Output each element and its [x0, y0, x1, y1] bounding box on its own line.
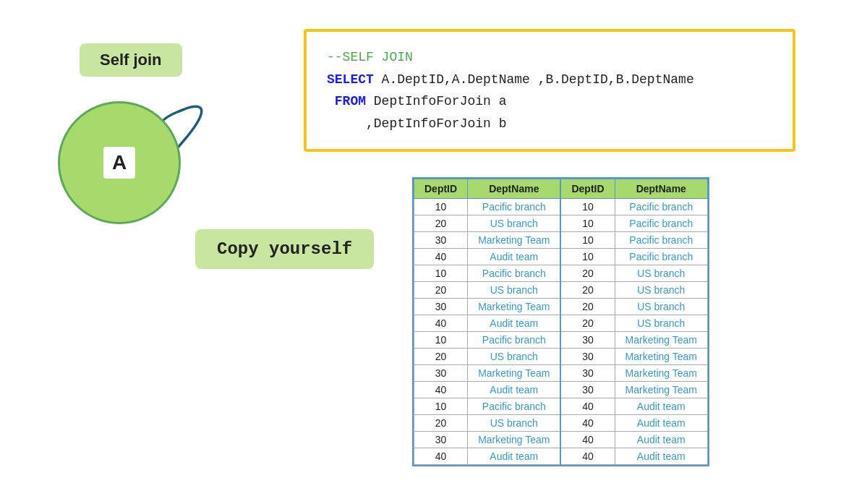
table-cell: Marketing Team	[468, 299, 561, 315]
table-cell: US branch	[615, 299, 707, 315]
table-row: 30Marketing Team40Audit team	[414, 432, 708, 448]
results-table-container: DeptID DeptName DeptID DeptName 10Pacifi…	[412, 177, 709, 466]
table-header-row: DeptID DeptName DeptID DeptName	[414, 179, 708, 199]
table-cell: Pacific branch	[468, 199, 561, 215]
table-cell: 40	[414, 315, 468, 332]
table-cell: 10	[560, 249, 615, 265]
table-row: 20US branch10Pacific branch	[414, 215, 708, 232]
table-cell: Marketing Team	[615, 382, 707, 398]
table-cell: 30	[560, 382, 615, 398]
col-b-deptname-header: DeptName	[615, 179, 707, 199]
table-cell: Audit team	[615, 432, 707, 448]
col-a-deptname-header: DeptName	[468, 179, 561, 199]
table-row: 40Audit team40Audit team	[414, 448, 708, 465]
table-cell: Audit team	[468, 448, 561, 465]
self-join-label: Self join	[80, 43, 182, 77]
table-row: 20US branch30Marketing Team	[414, 349, 708, 365]
table-cell: 20	[560, 299, 615, 315]
code-join-text: ,DeptInfoForJoin b	[327, 116, 506, 131]
table-row: 10Pacific branch20US branch	[414, 265, 708, 282]
table-row: 40Audit team20US branch	[414, 315, 708, 332]
table-cell: Audit team	[468, 249, 561, 265]
code-select-text: A.DeptID,A.DeptName ,B.DeptID,B.DeptName	[374, 72, 694, 87]
table-cell: Marketing Team	[615, 365, 707, 382]
table-cell: 40	[414, 382, 468, 398]
table-row: 30Marketing Team10Pacific branch	[414, 232, 708, 249]
table-cell: US branch	[468, 415, 561, 432]
table-row: 40Audit team10Pacific branch	[414, 249, 708, 265]
table-cell: Pacific branch	[615, 249, 707, 265]
table-cell: 30	[560, 332, 615, 349]
table-cell: 40	[414, 448, 468, 465]
code-keyword-select: SELECT	[327, 72, 374, 87]
table-cell: Pacific branch	[468, 265, 561, 282]
table-cell: US branch	[615, 315, 707, 332]
table-cell: 30	[414, 232, 468, 249]
table-cell: Marketing Team	[468, 232, 561, 249]
table-cell: Marketing Team	[468, 432, 561, 448]
table-cell: 30	[414, 365, 468, 382]
table-cell: 20	[560, 265, 615, 282]
table-cell: Audit team	[615, 398, 707, 415]
table-cell: US branch	[615, 282, 707, 299]
table-row: 10Pacific branch10Pacific branch	[414, 199, 708, 215]
table-cell: 10	[560, 232, 615, 249]
table-cell: 10	[560, 215, 615, 232]
table-cell: Audit team	[615, 448, 707, 465]
table-cell: 40	[414, 249, 468, 265]
code-from-text: DeptInfoForJoin a	[366, 94, 506, 108]
col-b-deptid-header: DeptID	[560, 179, 615, 199]
table-row: 10Pacific branch40Audit team	[414, 398, 708, 415]
table-cell: Audit team	[615, 415, 707, 432]
table-cell: 40	[560, 415, 615, 432]
table-row: 10Pacific branch30Marketing Team	[414, 332, 708, 349]
table-cell: 10	[414, 265, 468, 282]
table-cell: 30	[414, 432, 468, 448]
table-cell: 40	[560, 448, 615, 465]
code-box: --SELF JOIN SELECT A.DeptID,A.DeptName ,…	[304, 29, 795, 152]
table-cell: Marketing Team	[615, 349, 707, 365]
table-cell: Pacific branch	[615, 232, 707, 249]
circle-a-label: A	[103, 147, 135, 179]
code-comment: --SELF JOIN	[327, 50, 413, 64]
table-cell: 20	[560, 282, 615, 299]
table-cell: Marketing Team	[615, 332, 707, 349]
table-cell: 20	[560, 315, 615, 332]
table-cell: Audit team	[468, 382, 561, 398]
circle-a-container: A	[58, 101, 181, 224]
table-cell: Marketing Team	[468, 365, 561, 382]
code-content: --SELF JOIN SELECT A.DeptID,A.DeptName ,…	[327, 46, 772, 134]
table-cell: 10	[414, 398, 468, 415]
table-cell: Pacific branch	[468, 398, 561, 415]
circle-a: A	[58, 101, 181, 224]
table-cell: 20	[414, 349, 468, 365]
table-cell: 20	[414, 282, 468, 299]
table-cell: 30	[560, 349, 615, 365]
table-cell: 30	[414, 299, 468, 315]
table-cell: US branch	[468, 349, 561, 365]
table-row: 20US branch40Audit team	[414, 415, 708, 432]
table-cell: 20	[414, 215, 468, 232]
code-keyword-from: FROM	[327, 94, 366, 108]
table-cell: 20	[414, 415, 468, 432]
copy-yourself-label: Copy yourself	[195, 229, 374, 269]
table-cell: 40	[560, 432, 615, 448]
table-cell: Pacific branch	[468, 332, 561, 349]
table-cell: 10	[414, 332, 468, 349]
results-table: DeptID DeptName DeptID DeptName 10Pacifi…	[414, 179, 708, 465]
table-row: 20US branch20US branch	[414, 282, 708, 299]
col-a-deptid-header: DeptID	[414, 179, 468, 199]
table-cell: US branch	[468, 215, 561, 232]
table-cell: US branch	[468, 282, 561, 299]
table-cell: Pacific branch	[615, 215, 707, 232]
table-row: 40Audit team30Marketing Team	[414, 382, 708, 398]
table-cell: US branch	[615, 265, 707, 282]
table-row: 30Marketing Team20US branch	[414, 299, 708, 315]
table-row: 30Marketing Team30Marketing Team	[414, 365, 708, 382]
table-cell: Audit team	[468, 315, 561, 332]
table-cell: 10	[414, 199, 468, 215]
table-cell: 40	[560, 398, 615, 415]
table-cell: 30	[560, 365, 615, 382]
table-cell: 10	[560, 199, 615, 215]
table-cell: Pacific branch	[615, 199, 707, 215]
